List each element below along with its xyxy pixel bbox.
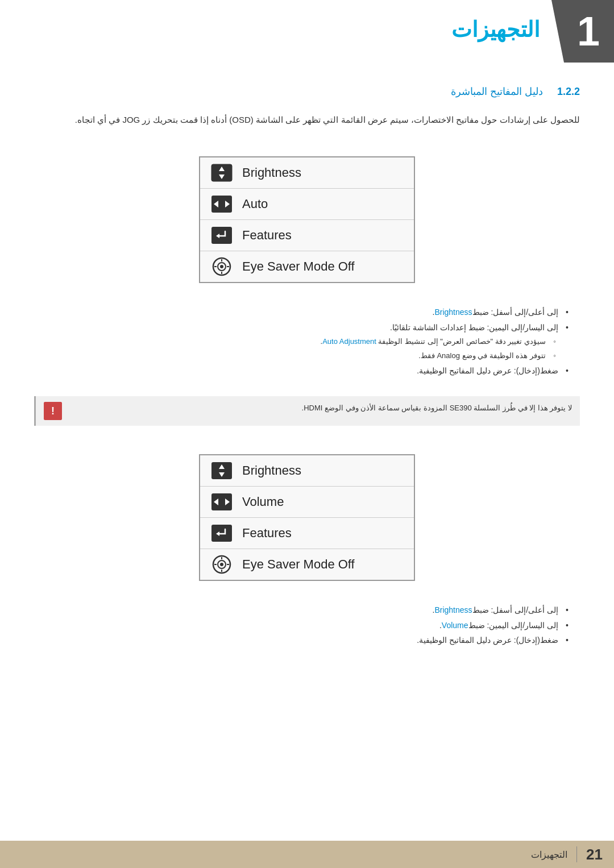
bullet-item-1-1: إلى أعلى/إلى أسفل: ضبطBrightness.	[34, 305, 569, 320]
note-box: لا يتوفر هذا إلا في طُرز السلسلة SE390 ا…	[34, 396, 580, 426]
osd-row-auto-1: Auto	[200, 189, 414, 220]
enter-arrow-icon-1	[209, 226, 234, 245]
svg-point-10	[220, 265, 223, 268]
arrows-updown-icon	[209, 163, 234, 182]
bullet-item-2-3: ضغط(إدخال): عرض دليل المفاتيح الوظيفية.	[34, 633, 569, 648]
section-number: 1.2.2	[557, 86, 580, 97]
bullets-section-2: إلى أعلى/إلى أسفل: ضبطBrightness. إلى ال…	[0, 597, 614, 654]
osd-menu-2: Brightness Volume Features	[199, 454, 415, 581]
osd-label-eyesaver-1: Eye Saver Mode Off	[242, 259, 355, 274]
svg-point-27	[220, 563, 223, 566]
bullet-item-2-1: إلى أعلى/إلى أسفل: ضبطBrightness.	[34, 603, 569, 618]
arrows-updown-icon-2	[209, 461, 234, 480]
osd-row-features-2: Features	[200, 518, 414, 549]
footer: التجهيزات 21	[0, 841, 614, 868]
arrows-leftright-icon-1	[209, 194, 234, 214]
footer-page-number: 21	[586, 846, 603, 863]
chapter-number: 1	[577, 8, 600, 55]
osd-row-brightness-1: Brightness	[200, 157, 414, 189]
note-icon: !	[44, 402, 62, 420]
footer-divider	[576, 846, 577, 862]
arrows-leftright-icon-2	[209, 492, 234, 512]
chapter-title: التجهيزات	[451, 17, 540, 42]
osd-label-brightness-2: Brightness	[242, 463, 301, 478]
bullet-item-1-2: إلى اليسار/إلى اليمين: ضبط إعدادات الشاش…	[34, 320, 569, 335]
osd-row-eyesaver-2: Eye Saver Mode Off	[200, 549, 414, 580]
osd-label-auto-1: Auto	[242, 197, 268, 211]
note-text: لا يتوفر هذا إلا في طُرز السلسلة SE390 ا…	[68, 402, 572, 414]
osd-label-volume-2: Volume	[242, 495, 284, 509]
enter-arrow-icon-2	[209, 524, 234, 543]
osd-row-volume-2: Volume	[200, 487, 414, 518]
osd-row-brightness-2: Brightness	[200, 455, 414, 487]
osd-row-eyesaver-1: Eye Saver Mode Off	[200, 251, 414, 282]
osd-label-features-2: Features	[242, 526, 292, 541]
eye-saver-icon-1	[209, 257, 234, 276]
section-title-text: دليل المفاتيح المباشرة	[451, 86, 543, 97]
osd-label-features-1: Features	[242, 228, 292, 243]
intro-text: للحصول على إرشادات حول مفاتيح الاختصارات…	[0, 103, 614, 136]
bullet-item-1-3: سيؤدي تغيير دقة "خصائص العرض" إلى تنشيط …	[34, 335, 569, 349]
bullet-item-1-4: تتوفر هذه الوظيفة في وضع Analog فقط.	[34, 349, 569, 363]
bullet-item-2-2: إلى اليسار/إلى اليمين: ضبطVolume.	[34, 618, 569, 633]
osd-label-eyesaver-2: Eye Saver Mode Off	[242, 557, 355, 572]
osd-menu-1: Brightness Auto Features	[199, 156, 415, 283]
eye-saver-icon-2	[209, 555, 234, 574]
svg-text:!: !	[51, 405, 55, 417]
bullet-item-1-5: ضغط(إدخال): عرض دليل المفاتيح الوظيفية.	[34, 363, 569, 379]
section-title: 1.2.2 دليل المفاتيح المباشرة	[0, 68, 614, 103]
chapter-number-box: 1	[551, 0, 614, 63]
bullets-section-1: إلى أعلى/إلى أسفل: ضبطBrightness. إلى ال…	[0, 299, 614, 384]
osd-row-features-1: Features	[200, 220, 414, 251]
osd-label-brightness-1: Brightness	[242, 165, 301, 180]
footer-chapter-title: التجهيزات	[531, 849, 567, 860]
chapter-header: التجهيزات 1	[0, 0, 614, 68]
